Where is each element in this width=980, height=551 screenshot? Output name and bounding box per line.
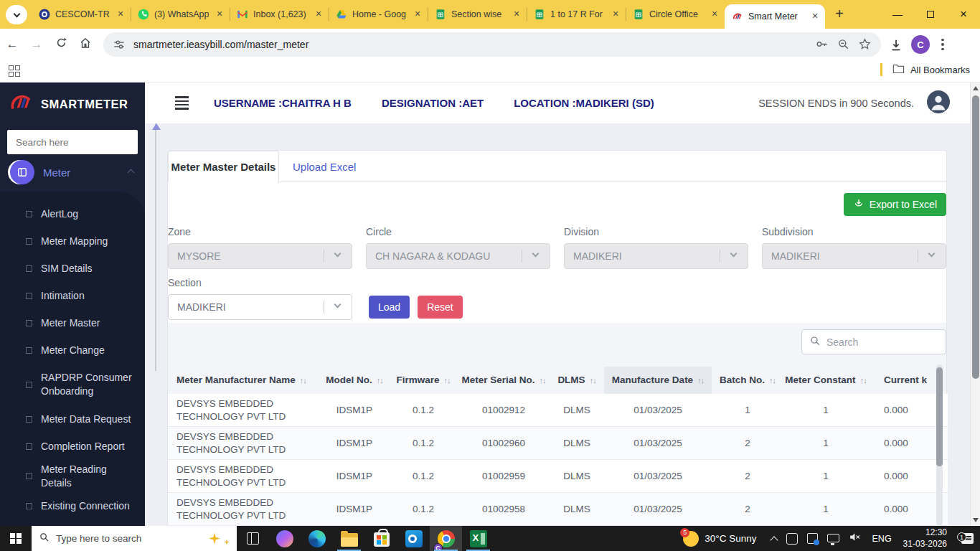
tab-close-icon[interactable]: × [115,9,126,20]
close-button[interactable]: × [947,7,980,22]
taskbar-edge[interactable] [301,526,333,551]
browser-tab-sheets-1[interactable]: Section wise × [428,0,527,29]
sidebar-item-completion-report[interactable]: Completion Report [0,433,145,460]
smartmeter-favicon [732,11,743,22]
network-icon[interactable] [827,534,839,542]
browser-tab-sheets-2[interactable]: 1 to 17 R For × [527,0,626,29]
scroll-down-arrow-icon[interactable] [973,518,979,522]
column-header[interactable]: Manufacture Date↑↓ [604,367,712,394]
download-icon[interactable] [888,37,907,52]
sidebar-item-meter-master[interactable]: Meter Master [0,309,145,336]
taskbar-chrome[interactable]: C [430,526,462,551]
taskbar-search-box[interactable]: Type here to search [32,526,237,551]
browser-tab-whatsapp[interactable]: (3) WhatsApp × [131,0,230,29]
reload-button[interactable] [49,37,73,52]
zoom-icon[interactable] [837,37,851,52]
zone-select[interactable]: MYSORE [168,243,352,269]
tab-close-icon[interactable]: × [610,9,621,20]
site-settings-icon[interactable] [112,37,126,52]
subdivision-select[interactable]: MADIKERI [762,243,946,269]
taskbar-copilot[interactable] [268,526,301,551]
taskbar-outlook[interactable] [397,526,430,551]
column-header[interactable]: Meter Manufacturer Name↑↓ [168,367,320,394]
tab-close-icon[interactable]: × [709,9,720,20]
table-search-input[interactable] [826,336,956,348]
sidebar-search-input[interactable] [7,130,138,154]
column-header[interactable]: Model No.↑↓ [320,367,389,394]
tab-close-icon[interactable]: × [214,9,225,20]
column-header[interactable]: Meter Constant↑↓ [783,367,868,394]
all-bookmarks-button[interactable]: All Bookmarks [880,63,970,76]
sidebar-item-meter-change[interactable]: Meter Change [0,336,145,364]
taskbar-weather[interactable]: 5 30°C Sunny [676,531,763,547]
sidebar-item-meter[interactable]: Meter [0,154,145,192]
password-key-icon[interactable] [815,37,829,52]
tab-close-icon[interactable]: × [313,9,324,20]
sidebar-item-meter-data-request[interactable]: Meter Data Request [0,405,145,433]
tab-meter-master-details[interactable]: Meter Master Details [168,151,279,182]
inner-scrollbar[interactable] [155,123,156,371]
circle-select[interactable]: CH NAGARA & KODAGU [366,243,550,269]
back-button[interactable]: ← [0,37,24,52]
tray-expand-icon[interactable] [770,536,778,544]
maximize-button[interactable] [914,9,947,20]
load-button[interactable]: Load [369,296,410,319]
sidebar-item-non-rapdrp-existing[interactable]: Non RAPDRP Existing [0,520,145,526]
division-select[interactable]: MADIKERI [564,243,748,269]
table-scrollbar-thumb[interactable] [936,367,943,466]
section-select[interactable]: MADIKERI [168,294,352,320]
device-icon[interactable] [786,533,798,545]
browser-profile-avatar[interactable]: C [911,35,930,54]
user-avatar[interactable] [927,90,950,116]
task-view-button[interactable] [237,526,268,551]
tab-search-button[interactable] [6,5,27,24]
browser-tab-gmail[interactable]: Inbox (1,623) × [230,0,329,29]
taskbar-file-explorer[interactable] [333,526,365,551]
table-scrollbar[interactable] [936,364,943,526]
browser-tab-cescom[interactable]: CESCOM-TRI × [32,0,131,29]
sidebar-item-existing-connection[interactable]: Existing Connection [0,493,145,520]
column-header[interactable]: Meter Serial No.↑↓ [458,367,550,394]
sidebar-item-sim-details[interactable]: SIM Details [0,255,145,282]
address-bar[interactable]: smartmeter.ieasybill.com/master_meter [103,32,881,57]
notification-center-button[interactable]: 1 [954,533,980,544]
tab-close-icon[interactable]: × [809,11,821,22]
tab-close-icon[interactable]: × [511,9,522,20]
search-icon [809,335,821,349]
minimize-button[interactable]: — [881,9,914,20]
browser-tab-drive[interactable]: Home - Goog × [329,0,428,29]
start-button[interactable] [0,526,32,551]
sidebar-item-meter-mapping[interactable]: Meter Mapping [0,227,145,255]
column-header[interactable]: DLMS↑↓ [550,367,604,394]
hamburger-menu-icon[interactable] [175,96,189,110]
taskbar-excel[interactable] [462,526,494,551]
forward-button[interactable]: → [24,37,49,52]
export-to-excel-button[interactable]: Export to Excel [844,193,946,216]
page-scrollbar[interactable] [970,83,980,526]
taskbar-store[interactable] [365,526,397,551]
sidebar-item-rapdrp-consumer-onboarding[interactable]: RAPDRP Consumer Onboarding [0,364,145,405]
sidebar-item-alertlog[interactable]: AlertLog [0,200,145,227]
page-scrollbar-thumb[interactable] [972,95,979,379]
tab-upload-excel[interactable]: Upload Excel [293,151,356,182]
browser-tab-sheets-3[interactable]: Circle Office × [626,0,725,29]
sidebar-item-intimation[interactable]: Intimation [0,282,145,309]
language-indicator[interactable]: ENG [868,534,896,544]
taskbar-clock[interactable]: 12:30 31-03-2026 [896,527,954,550]
browser-tab-smart-meter-active[interactable]: Smart Meter × [725,4,825,29]
meet-now-icon[interactable] [807,533,818,544]
bookmark-star-icon[interactable] [858,37,872,52]
windows-taskbar: Type here to search C 5 30°C Sunny ENG [0,526,980,551]
table-search-box[interactable] [801,329,946,354]
column-header[interactable]: Firmware↑↓ [389,367,458,394]
tab-close-icon[interactable]: × [412,9,423,20]
scroll-up-arrow-icon[interactable] [973,86,979,90]
apps-grid-icon[interactable] [9,65,20,77]
reset-button[interactable]: Reset [418,296,463,319]
browser-menu-icon[interactable] [934,39,951,51]
home-button[interactable] [73,37,98,53]
volume-muted-icon[interactable] [849,531,861,546]
new-tab-button[interactable]: + [829,4,849,24]
column-header[interactable]: Batch No.↑↓ [712,367,783,394]
sidebar-item-meter-reading-details[interactable]: Meter Reading Details [0,460,145,493]
